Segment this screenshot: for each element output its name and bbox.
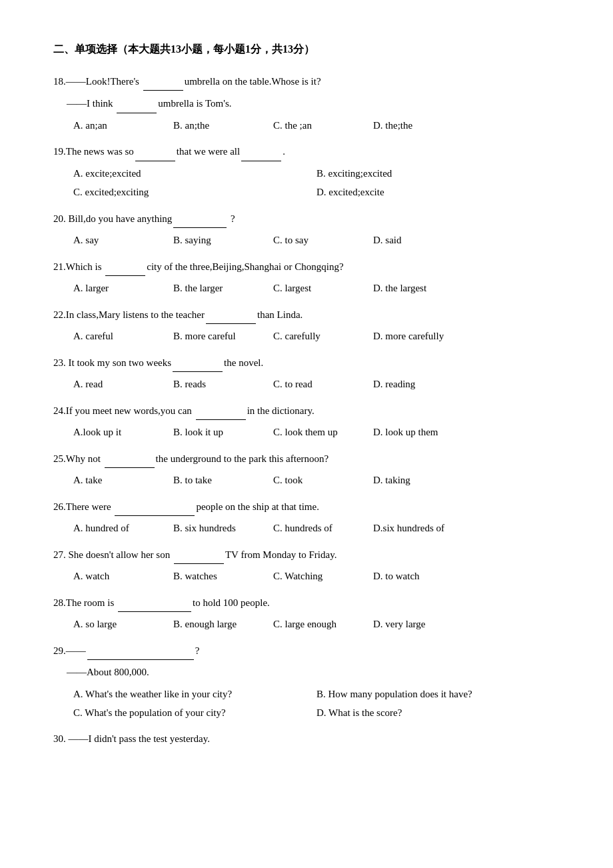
q27-blank1: [174, 545, 224, 565]
question-27: 27. She doesn't allow her son TV from Mo…: [53, 545, 560, 586]
q21-blank1: [105, 257, 145, 277]
q18-option-b: B. an;the: [173, 116, 253, 135]
q25-option-a: A. take: [73, 471, 153, 490]
q20-option-b: B. saying: [173, 231, 253, 250]
question-26: 26.There were people on the ship at that…: [53, 497, 560, 538]
q19-option-d: D. excited;excite: [316, 183, 560, 202]
q20-option-d: D. said: [373, 231, 453, 250]
q25-option-d: D. taking: [373, 471, 453, 490]
q28-option-c: C. large enough: [273, 615, 353, 634]
q29-options: A. What's the weather like in your city?…: [73, 685, 560, 723]
q23-text: 23. It took my son two weeks the novel.: [53, 353, 560, 373]
q25-option-b: B. to take: [173, 471, 253, 490]
q29-option-a: A. What's the weather like in your city?: [73, 685, 316, 704]
q18-option-a: A. an;an: [73, 116, 153, 135]
question-25: 25.Why not the underground to the park t…: [53, 449, 560, 490]
q27-option-a: A. watch: [73, 567, 153, 586]
q22-text: 22.In class,Mary listens to the teacher …: [53, 305, 560, 325]
q28-option-b: B. enough large: [173, 615, 253, 634]
q25-text: 25.Why not the underground to the park t…: [53, 449, 560, 469]
q21-options: A. larger B. the larger C. largest D. th…: [73, 279, 560, 298]
q26-text: 26.There were people on the ship at that…: [53, 497, 560, 517]
question-20: 20. Bill,do you have anything ? A. say B…: [53, 209, 560, 250]
question-28: 28.The room is to hold 100 people. A. so…: [53, 593, 560, 634]
q26-option-b: B. six hundreds: [173, 519, 253, 538]
q27-option-c: C. Watching: [273, 567, 353, 586]
q24-option-b: B. look it up: [173, 423, 253, 442]
q21-option-b: B. the larger: [173, 279, 253, 298]
question-23: 23. It took my son two weeks the novel. …: [53, 353, 560, 394]
q26-option-c: C. hundreds of: [273, 519, 353, 538]
q29-option-c: C. What's the population of your city?: [73, 703, 316, 723]
q28-blank1: [118, 593, 191, 613]
q20-text: 20. Bill,do you have anything ?: [53, 209, 560, 229]
q29-text: 29.—— ?: [53, 641, 560, 661]
q19-option-a: A. excite;excited: [73, 164, 316, 183]
q27-options: A. watch B. watches C. Watching D. to wa…: [73, 567, 560, 586]
q19-text: 19.The news was so that we were all .: [53, 141, 560, 161]
q26-blank1: [115, 497, 195, 517]
q22-options: A. careful B. more careful C. carefully …: [73, 327, 560, 346]
q21-text: 21.Which is city of the three,Beijing,Sh…: [53, 257, 560, 277]
q24-option-d: D. look up them: [373, 423, 453, 442]
q23-option-a: A. read: [73, 375, 153, 394]
section-title: 二、单项选择（本大题共13小题，每小题1分，共13分）: [53, 40, 560, 59]
q23-option-d: D. reading: [373, 375, 453, 394]
q19-blank1: [135, 141, 175, 161]
q23-blank1: [173, 353, 223, 373]
q20-options: A. say B. saying C. to say D. said: [73, 231, 560, 250]
q30-text: 30. ——I didn't pass the test yesterday.: [53, 729, 560, 749]
q20-option-c: C. to say: [273, 231, 353, 250]
q24-options: A.look up it B. look it up C. look them …: [73, 423, 560, 442]
q22-blank1: [206, 305, 256, 325]
q19-options: A. excite;excited B. exciting;excited C.…: [73, 164, 560, 202]
q27-option-b: B. watches: [173, 567, 253, 586]
q21-option-a: A. larger: [73, 279, 153, 298]
q20-blank1: [173, 209, 227, 229]
question-19: 19.The news was so that we were all . A.…: [53, 141, 560, 202]
q20-option-a: A. say: [73, 231, 153, 250]
q18-option-c: C. the ;an: [273, 116, 353, 135]
q23-options: A. read B. reads C. to read D. reading: [73, 375, 560, 394]
q27-text: 27. She doesn't allow her son TV from Mo…: [53, 545, 560, 565]
q19-option-c: C. excited;exciting: [73, 183, 316, 202]
q25-blank1: [105, 449, 155, 469]
q29-option-b: B. How many population does it have?: [316, 685, 560, 704]
q24-option-c: C. look them up: [273, 423, 353, 442]
q21-option-d: D. the largest: [373, 279, 453, 298]
q19-option-b: B. exciting;excited: [316, 164, 560, 183]
q24-option-a: A.look up it: [73, 423, 153, 442]
q29-answer: ——About 800,000.: [67, 663, 560, 682]
q18-options: A. an;an B. an;the C. the ;an D. the;the: [73, 116, 560, 135]
q24-text: 24.If you meet new words,you can in the …: [53, 401, 560, 421]
q26-option-d: D.six hundreds of: [373, 519, 453, 538]
q28-options: A. so large B. enough large C. large eno…: [73, 615, 560, 634]
q19-blank2: [241, 141, 281, 161]
q23-option-c: C. to read: [273, 375, 353, 394]
question-18: 18.——Look!There's umbrella on the table.…: [53, 71, 560, 135]
q18-text: 18.——Look!There's umbrella on the table.…: [53, 71, 560, 91]
q29-blank1: [87, 641, 194, 661]
question-24: 24.If you meet new words,you can in the …: [53, 401, 560, 442]
question-30: 30. ——I didn't pass the test yesterday.: [53, 729, 560, 749]
q22-option-d: D. more carefully: [373, 327, 453, 346]
q25-option-c: C. took: [273, 471, 353, 490]
q25-options: A. take B. to take C. took D. taking: [73, 471, 560, 490]
q26-option-a: A. hundred of: [73, 519, 153, 538]
q28-text: 28.The room is to hold 100 people.: [53, 593, 560, 613]
q28-option-d: D. very large: [373, 615, 453, 634]
q23-option-b: B. reads: [173, 375, 253, 394]
q21-option-c: C. largest: [273, 279, 353, 298]
q18-text2: ——I think umbrella is Tom's.: [67, 93, 560, 113]
q18-blank1: [143, 71, 183, 91]
q29-option-d: D. What is the score?: [316, 703, 560, 723]
question-22: 22.In class,Mary listens to the teacher …: [53, 305, 560, 346]
q18-blank2: [117, 93, 157, 113]
q26-options: A. hundred of B. six hundreds C. hundred…: [73, 519, 560, 538]
q22-option-a: A. careful: [73, 327, 153, 346]
q28-option-a: A. so large: [73, 615, 153, 634]
question-29: 29.—— ? ——About 800,000. A. What's the w…: [53, 641, 560, 723]
q22-option-b: B. more careful: [173, 327, 253, 346]
q27-option-d: D. to watch: [373, 567, 453, 586]
q24-blank1: [196, 401, 246, 421]
